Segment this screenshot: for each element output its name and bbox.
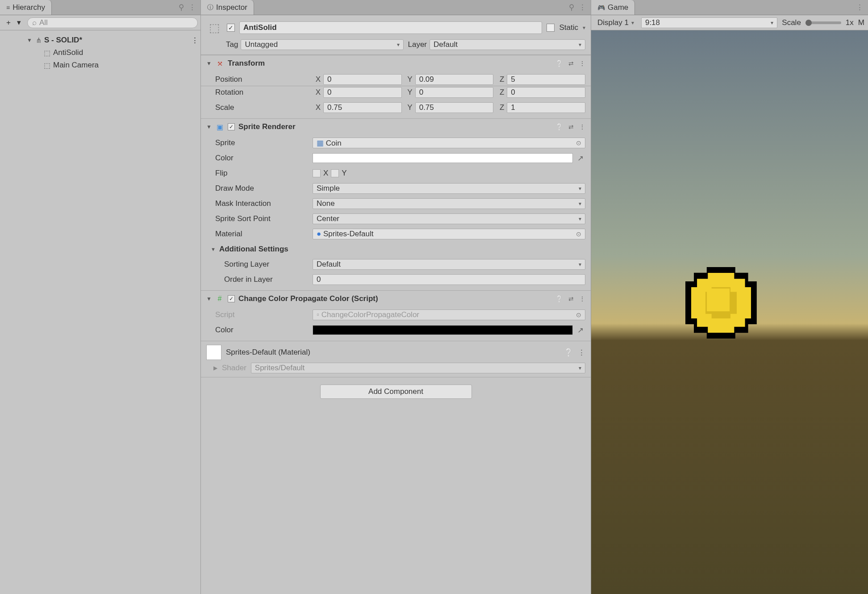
- object-picker-icon[interactable]: ⊙: [576, 230, 581, 238]
- menu-icon[interactable]: ⋮: [579, 60, 585, 67]
- lock-icon[interactable]: ⚲: [569, 3, 574, 12]
- transform-header[interactable]: ▼ ⤧ Transform ❔ ⇄ ⋮: [201, 55, 591, 71]
- help-icon[interactable]: ❔: [555, 295, 563, 302]
- position-x-input[interactable]: 0: [323, 74, 402, 85]
- script-enabled-checkbox[interactable]: ✓: [228, 295, 235, 302]
- additional-settings-header: ▼ Additional Settings: [206, 243, 585, 255]
- inspector-body: ⬚ ✓ AntiSolid Static ▾ Tag Untagged ▾: [201, 15, 591, 594]
- scale-row: Scale X 0.75 Y 0.75 Z 1: [206, 101, 585, 114]
- sprite-renderer-enabled-checkbox[interactable]: ✓: [228, 123, 235, 130]
- hierarchy-item-antisolid[interactable]: ⬚ AntiSolid: [2, 46, 199, 59]
- maximize-label[interactable]: M: [858, 18, 864, 27]
- hierarchy-tab[interactable]: ≡ Hierarchy: [0, 0, 52, 15]
- expand-toggle-icon[interactable]: ▼: [206, 124, 212, 130]
- gameobject-icon: ⬚: [44, 49, 50, 57]
- gameobject-active-checkbox[interactable]: ✓: [227, 24, 235, 32]
- script-component: ▼ # ✓ Change Color Propagate Color (Scri…: [201, 290, 591, 341]
- game-icon: 🎮: [597, 4, 605, 11]
- hierarchy-search-placeholder: All: [39, 18, 48, 27]
- object-picker-icon[interactable]: ⊙: [576, 139, 581, 146]
- layer-dropdown[interactable]: Default ▾: [430, 39, 585, 50]
- gameobject-type-icon[interactable]: ⬚: [206, 20, 222, 36]
- caret-down-icon: ▾: [579, 201, 581, 207]
- inspector-tab-label: Inspector: [216, 3, 247, 12]
- menu-icon[interactable]: ⋮: [188, 3, 196, 12]
- menu-icon[interactable]: ⋮: [579, 3, 586, 12]
- add-button[interactable]: +: [3, 18, 14, 27]
- eyedropper-icon[interactable]: ↗: [576, 325, 585, 335]
- display-dropdown[interactable]: Display 1 ▾: [595, 18, 637, 27]
- flip-row: Flip X Y: [206, 167, 585, 180]
- game-tab-label: Game: [608, 3, 628, 12]
- position-y-input[interactable]: 0.09: [415, 74, 494, 85]
- script-color-picker[interactable]: [313, 325, 573, 335]
- menu-icon[interactable]: ⋮: [579, 295, 585, 302]
- script-header[interactable]: ▼ # ✓ Change Color Propagate Color (Scri…: [201, 291, 591, 307]
- draw-mode-dropdown[interactable]: Simple ▾: [313, 183, 585, 194]
- lock-icon[interactable]: ⚲: [179, 3, 184, 12]
- aspect-dropdown[interactable]: 9:18 ▾: [641, 17, 777, 28]
- inspector-tab[interactable]: ⓘ Inspector: [201, 0, 254, 15]
- rotation-x-input[interactable]: 0: [323, 87, 402, 98]
- preset-icon[interactable]: ⇄: [568, 123, 574, 130]
- scale-x-input[interactable]: 0.75: [323, 102, 402, 113]
- expand-toggle-icon[interactable]: ▼: [206, 296, 212, 302]
- rotation-y-input[interactable]: 0: [415, 87, 494, 98]
- help-icon[interactable]: ❔: [555, 60, 563, 67]
- game-toolbar: Display 1 ▾ 9:18 ▾ Scale 1x M: [591, 15, 868, 30]
- hierarchy-item-label: Main Camera: [53, 61, 99, 70]
- sprite-field[interactable]: ▦ Coin ⊙: [313, 138, 585, 148]
- color-picker[interactable]: [313, 153, 573, 163]
- material-preview-icon[interactable]: [206, 345, 221, 360]
- layer-label: Layer: [408, 40, 427, 49]
- preset-icon[interactable]: ⇄: [568, 60, 574, 67]
- add-component-button[interactable]: Add Component: [320, 385, 472, 399]
- static-label: Static: [559, 23, 578, 32]
- hierarchy-item-main-camera[interactable]: ⬚ Main Camera: [2, 59, 199, 71]
- sprite-renderer-icon: ▣: [215, 123, 224, 131]
- menu-icon[interactable]: ⋮: [578, 348, 585, 357]
- preset-icon[interactable]: ⇄: [568, 295, 574, 302]
- scale-slider[interactable]: [805, 21, 841, 24]
- menu-icon[interactable]: ⋮: [579, 123, 585, 130]
- add-dropdown-caret-icon[interactable]: ▾: [13, 18, 25, 27]
- position-z-input[interactable]: 5: [507, 74, 585, 85]
- static-dropdown-caret-icon[interactable]: ▾: [583, 25, 585, 31]
- scene-icon: ⋔: [36, 36, 42, 45]
- sorting-layer-dropdown[interactable]: Default ▾: [313, 259, 585, 270]
- material-field[interactable]: ● Sprites-Default ⊙: [313, 229, 585, 239]
- game-tab[interactable]: 🎮 Game: [591, 0, 635, 15]
- rotation-z-input[interactable]: 0: [507, 87, 585, 98]
- color-row: Color ↗: [206, 152, 585, 164]
- menu-icon[interactable]: ⋮: [856, 3, 864, 12]
- caret-down-icon: ▾: [397, 42, 400, 48]
- tag-dropdown[interactable]: Untagged ▾: [241, 39, 403, 50]
- flip-x-checkbox[interactable]: [313, 169, 321, 177]
- expand-toggle-icon[interactable]: ▼: [206, 60, 212, 67]
- scene-row[interactable]: ▼ ⋔ S - SOLID* ⋮: [2, 34, 199, 46]
- expand-toggle-icon[interactable]: ▶: [213, 365, 217, 371]
- tag-field: Tag Untagged ▾: [226, 39, 404, 50]
- expand-toggle-icon[interactable]: ▼: [27, 37, 33, 43]
- eyedropper-icon[interactable]: ↗: [576, 153, 585, 163]
- static-checkbox[interactable]: [547, 24, 555, 32]
- help-icon[interactable]: ❔: [555, 123, 563, 130]
- hierarchy-search-input[interactable]: ⌕ All: [27, 17, 198, 28]
- help-icon[interactable]: ❔: [564, 348, 573, 357]
- flip-y-checkbox[interactable]: [331, 169, 339, 177]
- transform-component: ▼ ⤧ Transform ❔ ⇄ ⋮ Position X 0 Y 0.09: [201, 55, 591, 90]
- expand-toggle-icon[interactable]: ▼: [211, 247, 216, 252]
- scale-y-input[interactable]: 0.75: [415, 102, 494, 113]
- gameobject-name-input[interactable]: AntiSolid: [239, 21, 542, 34]
- transform-icon: ⤧: [215, 59, 224, 68]
- tag-label: Tag: [226, 40, 238, 49]
- scene-menu-icon[interactable]: ⋮: [191, 36, 199, 45]
- scale-label: Scale: [782, 18, 801, 27]
- caret-down-icon: ▾: [579, 365, 581, 371]
- sprite-sort-point-dropdown[interactable]: Center ▾: [313, 213, 585, 224]
- order-in-layer-input[interactable]: 0: [313, 274, 585, 285]
- scale-z-input[interactable]: 1: [507, 102, 585, 113]
- sprite-renderer-header[interactable]: ▼ ▣ ✓ Sprite Renderer ❔ ⇄ ⋮: [201, 119, 591, 135]
- mask-interaction-dropdown[interactable]: None ▾: [313, 198, 585, 209]
- slider-knob-icon[interactable]: [805, 20, 812, 26]
